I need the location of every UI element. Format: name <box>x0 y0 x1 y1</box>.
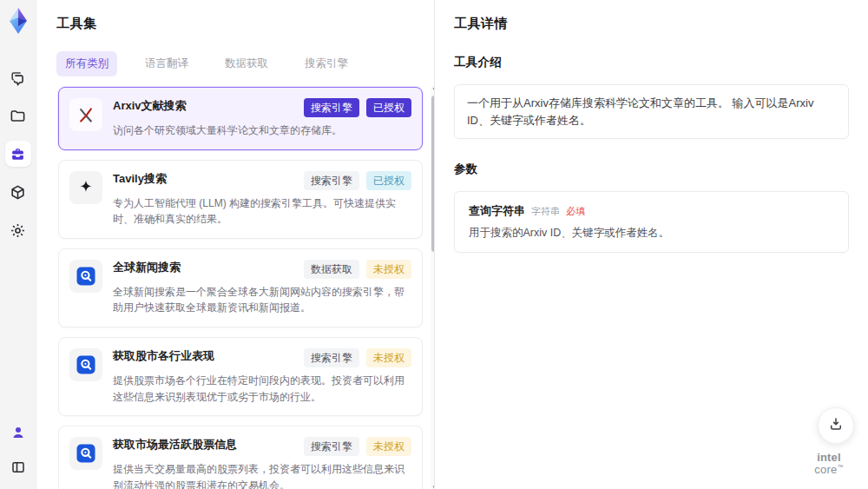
sidebar-nav <box>5 64 31 243</box>
tab-search-engine[interactable]: 搜索引擎 <box>296 51 357 76</box>
sidebar-item-packages[interactable] <box>5 179 31 205</box>
tool-list: Arxiv文献搜索 搜索引擎 已授权 访问各个研究领域大量科学论文和文章的存储库… <box>56 85 424 489</box>
detail-title: 工具详情 <box>454 16 849 32</box>
download-button[interactable] <box>818 407 854 444</box>
intel-core-logo: intel core™ <box>802 452 856 477</box>
app-window: 工具集 所有类别 语言翻译 数据获取 搜索引擎 Arxiv文献搜索 <box>0 0 868 489</box>
tab-data-fetch[interactable]: 数据获取 <box>216 51 277 76</box>
sidebar-bottom <box>5 420 31 480</box>
tool-name: 获取市场最活跃股票信息 <box>113 437 237 453</box>
tool-description: 提供股票市场各个行业在特定时间段内的表现。投资者可以利用这些信息来识别表现优于或… <box>113 373 411 405</box>
blue-search-app-icon <box>69 348 102 381</box>
category-tabs: 所有类别 语言翻译 数据获取 搜索引擎 <box>56 51 434 76</box>
auth-status-badge: 未授权 <box>366 348 411 367</box>
page-title: 工具集 <box>56 16 434 32</box>
package-icon <box>10 184 26 201</box>
sidebar-item-tools[interactable] <box>5 141 31 167</box>
tool-card[interactable]: Tavily搜索 搜索引擎 已授权 专为人工智能代理 (LLM) 构建的搜索引擎… <box>58 160 423 239</box>
param-name: 查询字符串 <box>469 203 525 219</box>
param-description: 用于搜索的Arxiv ID、关键字或作者姓名。 <box>469 226 834 241</box>
tavily-star-icon <box>69 171 102 204</box>
intro-heading: 工具介绍 <box>454 55 849 70</box>
category-badge: 搜索引擎 <box>304 98 359 117</box>
tool-name: 全球新闻搜索 <box>113 260 181 275</box>
sidebar-item-settings[interactable] <box>5 217 31 243</box>
arxiv-icon <box>69 98 102 131</box>
sidebar-item-chat[interactable] <box>5 64 31 90</box>
sidebar-item-files[interactable] <box>5 102 31 129</box>
param-type: 字符串 <box>531 205 560 218</box>
param-card: 查询字符串 字符串 必填 用于搜索的Arxiv ID、关键字或作者姓名。 <box>454 191 849 253</box>
auth-status-badge: 已授权 <box>366 98 411 117</box>
user-avatar-button[interactable] <box>5 420 31 446</box>
auth-status-badge: 未授权 <box>366 437 411 456</box>
tool-card[interactable]: Arxiv文献搜索 搜索引擎 已授权 访问各个研究领域大量科学论文和文章的存储库… <box>58 87 423 150</box>
category-badge: 搜索引擎 <box>304 437 359 456</box>
folder-icon <box>10 108 26 124</box>
user-icon <box>10 425 26 440</box>
blue-search-app-icon <box>69 437 102 470</box>
tool-name: Arxiv文献搜索 <box>113 98 187 114</box>
category-badge: 搜索引擎 <box>304 348 359 367</box>
tool-list-panel: 工具集 所有类别 语言翻译 数据获取 搜索引擎 Arxiv文献搜索 <box>36 0 434 489</box>
tool-description: 提供当天交易量最高的股票列表，投资者可以利用这些信息来识别流动性强的股票和潜在的… <box>113 461 411 489</box>
tab-all-categories[interactable]: 所有类别 <box>56 51 117 76</box>
intro-text-box: 一个用于从Arxiv存储库搜索科学论文和文章的工具。 输入可以是Arxiv ID… <box>454 84 849 139</box>
tool-description: 专为人工智能代理 (LLM) 构建的搜索引擎工具。可快速提供实时、准确和真实的结… <box>113 195 411 228</box>
tool-card[interactable]: 全球新闻搜索 数据获取 未授权 全球新闻搜索是一个聚合全球各大新闻网站内容的搜索… <box>58 248 423 327</box>
tool-name: 获取股市各行业表现 <box>113 348 214 364</box>
panel-toggle-icon <box>10 459 26 475</box>
params-heading: 参数 <box>454 162 849 177</box>
tool-card[interactable]: 获取市场最活跃股票信息 搜索引擎 未授权 提供当天交易量最高的股票列表，投资者可… <box>58 426 423 489</box>
tab-translation[interactable]: 语言翻译 <box>136 51 197 76</box>
core-brand-text: core <box>814 464 837 477</box>
sidebar-rail <box>0 0 36 489</box>
auth-status-badge: 已授权 <box>366 171 411 190</box>
tool-description: 访问各个研究领域大量科学论文和文章的存储库。 <box>113 122 411 139</box>
collapse-panel-button[interactable] <box>5 454 31 480</box>
chat-icon <box>10 69 26 86</box>
category-badge: 数据获取 <box>304 260 359 279</box>
tool-card[interactable]: 获取股市各行业表现 搜索引擎 未授权 提供股票市场各个行业在特定时间段内的表现。… <box>58 337 423 416</box>
auth-status-badge: 未授权 <box>366 260 411 279</box>
download-icon <box>828 416 844 435</box>
param-required-label: 必填 <box>566 205 585 218</box>
blue-search-app-icon <box>69 260 102 293</box>
toolbox-icon <box>10 146 26 162</box>
tool-detail-panel: 工具详情 工具介绍 一个用于从Arxiv存储库搜索科学论文和文章的工具。 输入可… <box>434 0 868 489</box>
category-badge: 搜索引擎 <box>304 171 359 190</box>
app-logo-icon <box>6 7 30 35</box>
tool-name: Tavily搜索 <box>113 171 167 187</box>
gear-icon <box>10 222 26 239</box>
tool-description: 全球新闻搜索是一个聚合全球各大新闻网站内容的搜索引擎，帮助用户快速获取全球最新资… <box>113 284 411 316</box>
intel-brand-text: intel <box>817 451 841 464</box>
